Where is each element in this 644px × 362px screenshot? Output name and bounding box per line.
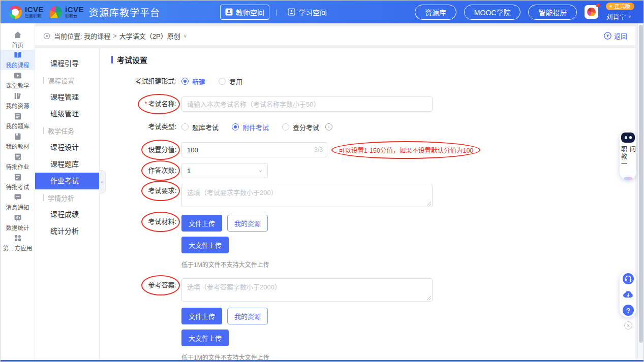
back-button[interactable]: 返回 [604, 31, 627, 41]
required-asterisk: * [144, 100, 147, 108]
icve-shell-logo-icon [50, 6, 62, 18]
radio-reuse-label[interactable]: 复用 [229, 77, 242, 86]
icve-swirl-logo-icon [9, 6, 22, 19]
menu-section-label: 课程设置 [48, 76, 74, 85]
radio-new[interactable] [181, 78, 189, 85]
section-bar [43, 127, 44, 134]
breadcrumb-current[interactable]: 大学语文（2P）原创 [119, 31, 180, 41]
help-button[interactable]: ? [622, 304, 634, 316]
sidebar-item-data-statistics[interactable]: 数据统计 [1, 212, 35, 233]
my-textbooks-icon [13, 132, 22, 141]
sidebar-item-my-resources[interactable]: 我的资源 [1, 90, 35, 111]
sidebar-item-classroom-teaching[interactable]: 课堂教学 [1, 70, 35, 90]
menu-item-class-management[interactable]: 班级管理 [35, 106, 99, 122]
ai-assistant-widget[interactable]: 职教一问 [620, 130, 636, 180]
radio-question-bank-exam-label[interactable]: 题库考试 [192, 122, 219, 132]
sidebar-item-third-party-apps[interactable]: 第三方应用 [1, 233, 35, 253]
user-menu[interactable]: 刘肖宁 ∨ [606, 12, 631, 21]
answer-big-upload-button[interactable]: 大文件上传 [181, 330, 229, 346]
materials-upload-button[interactable]: 文件上传 [181, 215, 222, 232]
scrollbar-thumb[interactable] [639, 25, 643, 343]
materials-label: 考试材料: [148, 215, 176, 229]
menu-item-homework-exam[interactable]: 作业考试 [35, 173, 99, 189]
menu-collapse-handle[interactable]: « [99, 170, 106, 193]
download-button[interactable] [622, 288, 634, 301]
brand-subtitle: 智慧职教 [25, 14, 44, 18]
char-counter: 3/3 [314, 146, 323, 153]
menu-item-course-design[interactable]: 课程设计 [35, 139, 99, 156]
nav-teacher-space[interactable]: 教师空间 [220, 5, 269, 20]
title-accent-bar [111, 56, 113, 63]
radio-score-entry-exam[interactable] [282, 123, 289, 130]
materials-my-resources-button[interactable]: 我的资源 [227, 215, 268, 232]
site-title: 资源库教学平台 [89, 5, 160, 19]
sidebar-item-label: 我的题库 [6, 122, 29, 130]
sidebar-item-my-textbooks[interactable]: 我的教材 [1, 131, 35, 151]
sidebar-item-pending-homework[interactable]: 待批作业 [1, 151, 35, 172]
customer-service-button[interactable] [622, 273, 634, 285]
exam-settings-form: 考试组建形式: 新建 复用 *考试名称: 考试类型: [132, 74, 635, 361]
classroom-teaching-icon [13, 71, 22, 80]
my-resources-icon [13, 91, 22, 101]
score-hint: 可以设置1-150分值，如果不设置默认分值为100 [339, 145, 473, 155]
vertical-scrollbar[interactable] [637, 23, 643, 361]
collapse-toolbar-button[interactable]: × [624, 321, 632, 330]
question-mark-icon: ? [622, 304, 634, 316]
smart-cast-button[interactable]: 智能投屏 [528, 5, 577, 20]
answer-upload-button[interactable]: 文件上传 [181, 308, 222, 324]
sidebar-item-pending-exams[interactable]: 待批考试 [1, 172, 35, 192]
mooc-academy-button[interactable]: MOOC学院 [464, 5, 521, 20]
message-notification-icon [13, 193, 22, 202]
reference-answer-textarea[interactable] [181, 278, 433, 302]
nav-divider: | [275, 9, 277, 16]
app-window: ICVE 智慧职教 iCVE 职教云 资源库教学平台 教师空间 | 学习空间 [0, 0, 644, 362]
sidebar-item-my-question-bank[interactable]: 我的题库 [1, 111, 35, 131]
location-pin-icon [43, 32, 50, 40]
row-requirements: 考试要求: [132, 184, 635, 207]
score-input[interactable] [181, 142, 327, 157]
radio-attachment-exam[interactable] [232, 123, 239, 130]
exam-name-input[interactable] [181, 96, 433, 112]
requirements-field [181, 184, 433, 207]
menu-item-statistical-analysis[interactable]: 统计分析 [35, 223, 99, 240]
reference-answer-label: 参考答案: [148, 278, 176, 292]
exam-name-label: *考试名称: [144, 97, 176, 111]
menu-section-learning-analysis: 学情分析 [43, 189, 99, 206]
row-exam-type: 考试类型: 题库考试 附件考试 登分考试 i [132, 120, 635, 134]
sidebar-item-message-notification[interactable]: 消息通知 [1, 192, 35, 212]
avatar[interactable] [585, 5, 598, 19]
username: 刘肖宁 [606, 12, 626, 21]
sidebar-item-my-courses[interactable]: 我的课程 [1, 50, 35, 70]
radio-question-bank-exam[interactable] [181, 123, 189, 130]
score-field: 3/3 [181, 142, 327, 157]
pending-homework-icon [13, 152, 22, 161]
answer-my-resources-button[interactable]: 我的资源 [227, 308, 268, 324]
menu-item-course-grades[interactable]: 课程成绩 [35, 206, 99, 223]
radio-attachment-exam-label[interactable]: 附件考试 [242, 122, 269, 132]
breadcrumb-root[interactable]: 我的课程 [84, 31, 110, 41]
radio-reuse[interactable] [219, 78, 226, 85]
nav-learning-space[interactable]: 学习空间 [283, 5, 331, 19]
wave-decoration [624, 177, 633, 180]
resource-library-button[interactable]: 资源库 [415, 5, 456, 20]
sidebar-item-home[interactable]: 首页 [1, 29, 35, 50]
radio-score-entry-exam-label[interactable]: 登分考试 [293, 122, 319, 132]
info-icon[interactable]: i [325, 123, 332, 130]
sidebar-item-label: 我的课程 [6, 61, 29, 69]
requirements-textarea[interactable] [181, 184, 433, 207]
robot-eye [625, 136, 627, 139]
materials-big-upload-button[interactable]: 大文件上传 [181, 237, 229, 253]
chevron-down-icon: ∨ [628, 15, 631, 19]
menu-item-course-question-bank[interactable]: 课程题库 [35, 156, 99, 173]
menu-section-label: 教学任务 [48, 126, 74, 136]
avatar-badge-dot [596, 4, 600, 7]
reference-answer-field [181, 278, 433, 302]
menu-item-course-management[interactable]: 课程管理 [35, 89, 99, 106]
radio-new-label[interactable]: 新建 [192, 77, 205, 86]
build-type-label: 考试组建形式: [135, 74, 176, 88]
breadcrumb-chevron-down-icon[interactable]: ∨ [183, 33, 187, 39]
back-arrow-icon [604, 32, 611, 40]
attempts-select[interactable]: 1 ∨ [181, 163, 268, 178]
course-menu: 课程引导 课程设置 课程管理 班级管理 教学任务 课程设计 课程题库 作业考试 … [35, 48, 100, 361]
menu-item-course-guide[interactable]: 课程引导 [35, 55, 99, 72]
